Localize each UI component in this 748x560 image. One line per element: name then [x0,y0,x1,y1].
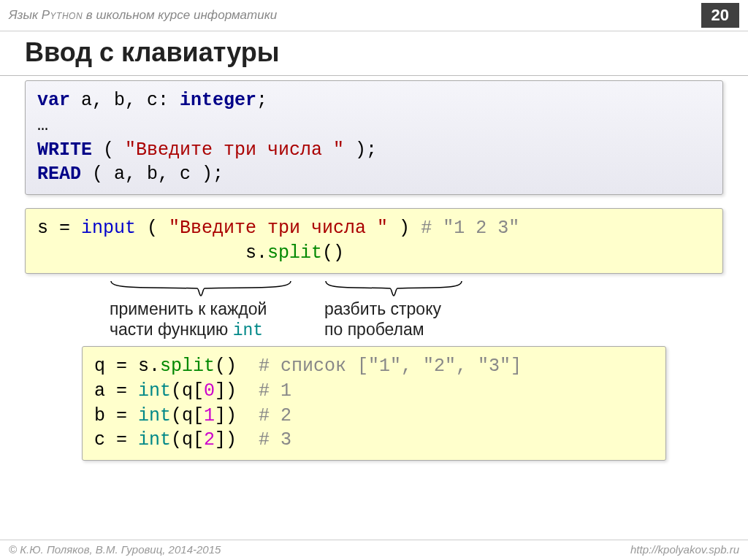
footer-url: http://kpolyakov.spb.ru [630,543,739,556]
write-close: ); [344,139,377,161]
annot-right-l1: разбить строку [324,299,441,318]
content-area: var a, b, c: integer; … WRITE ( "Введите… [0,80,748,461]
write-open: ( [92,139,125,161]
write-str: "Введите три числа " [125,139,344,161]
subtitle-lang: Python [42,8,83,22]
python-code-box-1: s = input ( "Введите три числа " ) # "1 … [25,208,723,274]
p1-open: ( [136,218,169,239]
p2-split: split [160,356,215,377]
pascal-code-box: var a, b, c: integer; … WRITE ( "Введите… [25,80,723,195]
p2-l4idx: 2 [204,429,215,450]
kw-write: WRITE [37,139,92,161]
p2-l3a: b = [94,405,138,426]
p2-l4c: ]) [215,429,259,450]
decl-body: a, b, c: [70,90,180,111]
p2-l1b: () [215,356,259,377]
p1-indent: s. [37,242,267,264]
annot-left-text: применить к каждой части функцию int [110,299,292,342]
kw-var: var [37,90,70,111]
fn-input: input [81,218,136,239]
slide-title: Ввод с клавиатуры [0,31,748,75]
ellipsis: … [37,115,48,136]
p2-l4int: int [138,429,171,450]
p2-l3c: ]) [215,405,259,426]
semicolon: ; [256,90,267,111]
p1-lhs: s = [37,218,81,239]
annot-right-l2: по пробелам [324,320,424,339]
p2-l1a: q = s. [94,356,160,377]
header-bar: Язык Python в школьном курсе информатики… [0,0,748,31]
p2-l2int: int [138,380,171,402]
p2-l2b: (q[ [171,380,204,402]
p1-close: ) [388,218,421,239]
kw-integer: integer [180,90,256,111]
p2-l3cmt: # 2 [259,405,291,426]
annot-left-int: int [233,321,263,340]
p2-l1c: # список ["1", "2", "3"] [259,356,522,377]
subtitle-prefix: Язык [9,8,42,22]
annot-left-l2a: части функцию [110,320,233,339]
p2-l4b: (q[ [171,429,204,450]
kw-read: READ [37,164,81,185]
brace-left-icon [110,280,292,297]
header-subtitle: Язык Python в школьном курсе информатики [9,8,277,23]
p2-l4cmt: # 3 [259,429,291,450]
python-code-box-2: q = s.split() # список ["1", "2", "3"] a… [82,346,666,461]
p2-l3idx: 1 [204,405,215,426]
p2-l2a: a = [94,380,138,402]
footer-copyright: © К.Ю. Поляков, В.М. Гуровиц, 2014-2015 [9,543,221,556]
annotation-right: разбить строку по пробелам [324,280,463,342]
p2-l2cmt: # 1 [259,380,291,402]
subtitle-suffix: в школьном курсе информатики [83,8,277,22]
p2-l2c: ]) [215,380,259,402]
p2-l3b: (q[ [171,405,204,426]
p1-split-parens: () [322,242,344,264]
p2-l4a: c = [94,429,138,450]
read-args: ( a, b, c ); [81,164,224,185]
annot-left-l1: применить к каждой [110,299,267,318]
annotation-left: применить к каждой части функцию int [110,280,292,342]
p2-l2idx: 0 [204,380,215,402]
annotation-row: применить к каждой части функцию int раз… [25,280,723,342]
brace-right-icon [324,280,463,297]
p1-comment: # "1 2 3" [421,218,519,239]
annot-right-text: разбить строку по пробелам [324,299,463,341]
page-number: 20 [701,3,739,28]
footer: © К.Ю. Поляков, В.М. Гуровиц, 2014-2015 … [0,540,748,556]
p2-l3int: int [138,405,171,426]
p1-prompt: "Введите три числа " [169,218,388,239]
divider [0,75,748,76]
fn-split: split [267,242,322,264]
